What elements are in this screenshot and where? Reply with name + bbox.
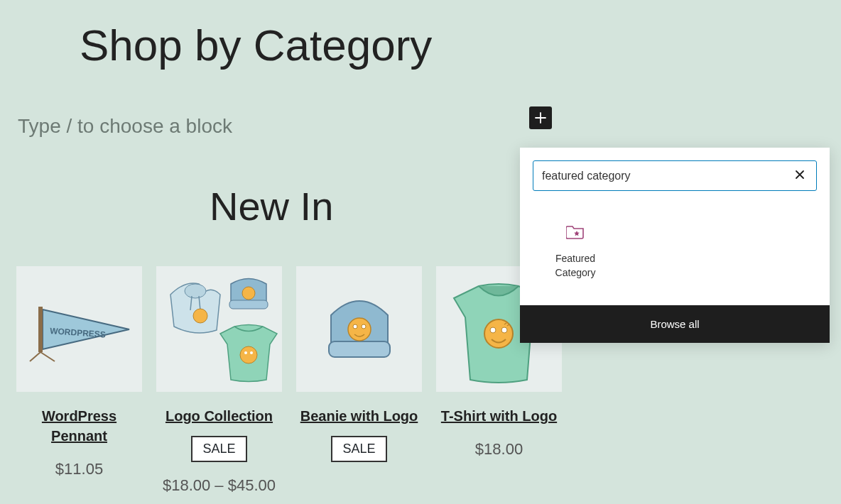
svg-line-2: [40, 352, 55, 361]
product-name[interactable]: Beanie with Logo: [296, 406, 422, 426]
product-price: $18.00 – $45.00: [156, 476, 282, 495]
clear-search-button[interactable]: [792, 168, 808, 183]
product-image: [296, 266, 422, 392]
svg-point-20: [501, 327, 507, 333]
product-card[interactable]: Logo Collection SALE $18.00 – $45.00: [156, 266, 282, 495]
add-block-button[interactable]: [529, 106, 552, 129]
svg-rect-1: [38, 307, 43, 352]
svg-point-18: [484, 319, 513, 348]
svg-point-15: [348, 318, 371, 341]
folder-star-icon: [536, 224, 615, 239]
svg-rect-14: [329, 341, 390, 357]
page-title: Shop by Category: [80, 20, 432, 70]
product-price: $11.05: [16, 460, 142, 478]
block-results: Featured Category: [520, 204, 830, 305]
svg-point-11: [240, 346, 257, 363]
svg-point-5: [185, 284, 206, 298]
svg-rect-9: [229, 300, 268, 309]
sale-badge: SALE: [191, 436, 246, 462]
svg-point-8: [193, 309, 207, 323]
browse-all-button[interactable]: Browse all: [520, 305, 830, 343]
block-inserter-panel: Featured Category Browse all: [520, 148, 830, 343]
block-result-label: Featured Category: [536, 252, 615, 280]
product-card[interactable]: Beanie with Logo SALE: [296, 266, 422, 495]
product-image: [156, 266, 282, 392]
svg-line-3: [30, 352, 40, 361]
svg-point-17: [362, 324, 366, 329]
svg-point-16: [353, 324, 357, 329]
block-result-featured-category[interactable]: Featured Category: [533, 218, 618, 285]
svg-point-10: [242, 287, 255, 300]
block-search-input[interactable]: [542, 170, 792, 182]
section-title: New In: [210, 183, 333, 229]
svg-point-19: [490, 327, 496, 333]
close-icon: [795, 170, 805, 180]
product-image: WORDPRESS: [16, 266, 142, 392]
product-name[interactable]: WordPress Pennant: [16, 406, 142, 446]
plus-icon: [533, 111, 548, 125]
block-search-field[interactable]: [533, 160, 817, 191]
svg-point-13: [250, 351, 253, 354]
block-placeholder[interactable]: Type / to choose a block: [18, 115, 232, 138]
svg-point-12: [244, 351, 247, 354]
sale-badge: SALE: [331, 436, 386, 462]
product-grid: WORDPRESS WordPress Pennant $11.05: [16, 266, 562, 495]
product-card[interactable]: WORDPRESS WordPress Pennant $11.05: [16, 266, 142, 495]
product-name[interactable]: T-Shirt with Logo: [436, 406, 562, 426]
product-price: $18.00: [436, 440, 562, 459]
product-name[interactable]: Logo Collection: [156, 406, 282, 426]
